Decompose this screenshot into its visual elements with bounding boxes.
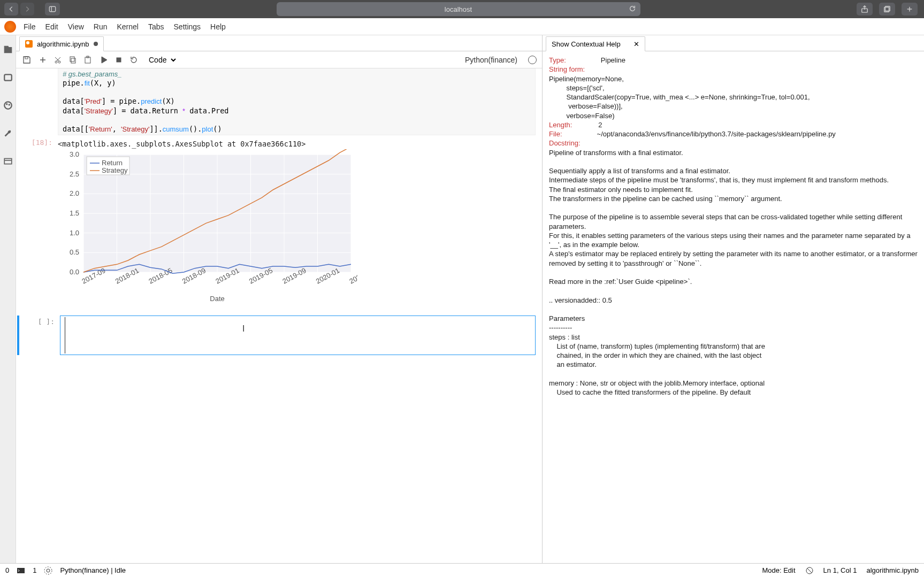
help-tab[interactable]: Show Contextual Help ✕: [546, 36, 645, 51]
new-tab-button[interactable]: [902, 3, 918, 16]
copy-button[interactable]: [67, 55, 78, 65]
sidebar-toggle-button[interactable]: [45, 3, 60, 16]
palette-icon[interactable]: [3, 101, 13, 110]
unsaved-dot-icon: [94, 42, 98, 46]
svg-text:0.0: 0.0: [70, 268, 79, 276]
svg-text:1.5: 1.5: [70, 209, 79, 217]
code-cell-18[interactable]: # gs.best_params_ pipe.fit(X, y) data['P…: [17, 68, 536, 306]
notebook-tab-algorithmic[interactable]: algorithmic.ipynb: [19, 36, 104, 51]
cell-output-prompt: [18]:: [17, 139, 58, 149]
kernel-name[interactable]: Python(finance): [465, 56, 517, 64]
settings-icon[interactable]: [44, 566, 52, 575]
notebook-body[interactable]: # gs.best_params_ pipe.fit(X, y) data['P…: [16, 68, 542, 563]
svg-rect-14: [71, 58, 75, 63]
restart-button[interactable]: [128, 55, 139, 65]
svg-rect-18: [117, 58, 121, 62]
jupyter-logo-icon: [4, 21, 16, 33]
save-button[interactable]: [21, 55, 32, 65]
cell-input-prompt: [ ]:: [19, 316, 60, 355]
svg-point-8: [9, 104, 10, 105]
cell-output-text: <matplotlib.axes._subplots.AxesSubplot a…: [58, 139, 306, 149]
svg-text:Return: Return: [102, 159, 123, 167]
menu-help[interactable]: Help: [210, 22, 226, 31]
svg-point-60: [44, 567, 52, 574]
menu-kernel[interactable]: Kernel: [117, 22, 138, 31]
tabs-button[interactable]: [879, 3, 895, 16]
svg-point-7: [6, 104, 7, 105]
status-terminals-count[interactable]: 1: [33, 566, 36, 574]
help-file-label: File:: [549, 130, 562, 138]
help-stringform-value: Pipeline(memory=None, steps=[('scl', Sta…: [549, 75, 810, 120]
svg-rect-58: [17, 568, 25, 573]
wrench-icon[interactable]: [3, 128, 13, 138]
svg-text:3.0: 3.0: [70, 150, 79, 158]
help-type-value: Pipeline: [601, 56, 625, 64]
svg-text:Strategy: Strategy: [102, 166, 128, 174]
activity-bar: [0, 35, 16, 563]
help-tabs: Show Contextual Help ✕: [543, 35, 924, 51]
help-file-value: ~/opt/anaconda3/envs/finance/lib/python3…: [597, 130, 836, 138]
line-chart: 0.00.51.01.52.02.53.02017-092018-012018-…: [58, 149, 357, 304]
refresh-icon[interactable]: [629, 5, 636, 14]
help-docstring-value: Pipeline of transforms with a final esti…: [549, 149, 920, 397]
no-error-icon[interactable]: [805, 566, 814, 575]
svg-rect-9: [4, 159, 12, 164]
run-button[interactable]: [98, 55, 109, 65]
help-tab-label: Show Contextual Help: [552, 40, 621, 48]
svg-text:2.5: 2.5: [70, 170, 79, 178]
code-editor[interactable]: # gs.best_params_ pipe.fit(X, y) data['P…: [58, 68, 536, 135]
svg-rect-5: [4, 74, 12, 80]
url-bar[interactable]: localhost: [277, 2, 640, 16]
svg-text:2.0: 2.0: [70, 189, 79, 197]
help-body[interactable]: Type: Pipeline String form: Pipeline(mem…: [543, 51, 924, 563]
help-panel: Show Contextual Help ✕ Type: Pipeline St…: [543, 35, 924, 563]
cell-type-select[interactable]: Code: [144, 54, 178, 66]
svg-point-6: [4, 102, 12, 109]
menu-file[interactable]: File: [24, 22, 36, 31]
cut-button[interactable]: [52, 55, 63, 65]
menu-tabs[interactable]: Tabs: [148, 22, 164, 31]
svg-text:1.0: 1.0: [70, 229, 79, 237]
svg-text:Date: Date: [210, 295, 224, 303]
kernel-status-icon: [528, 56, 537, 64]
menu-settings[interactable]: Settings: [174, 22, 201, 31]
tab-close-icon[interactable]: ✕: [633, 40, 639, 48]
stop-button[interactable]: [113, 55, 124, 65]
notebook-file-icon: [25, 40, 33, 48]
status-kernel[interactable]: Python(finance) | Idle: [60, 566, 126, 574]
menu-view[interactable]: View: [68, 22, 84, 31]
menu-edit[interactable]: Edit: [45, 22, 58, 31]
svg-rect-0: [49, 6, 55, 12]
notebook-toolbar: Code Python(finance): [16, 51, 542, 68]
svg-rect-15: [70, 57, 74, 61]
notebook-panel: algorithmic.ipynb Code Python(finance): [16, 35, 543, 563]
empty-active-cell[interactable]: [ ]: I: [17, 316, 536, 355]
insert-cell-button[interactable]: [37, 55, 48, 65]
status-left-num[interactable]: 0: [5, 566, 9, 574]
forward-button[interactable]: [20, 3, 34, 16]
code-editor[interactable]: I: [60, 316, 536, 355]
status-file[interactable]: algorithmic.ipynb: [866, 566, 919, 574]
terminals-icon[interactable]: [17, 566, 25, 575]
status-bar: 0 1 Python(finance) | Idle Mode: Edit Ln…: [0, 563, 924, 577]
help-length-label: Length:: [549, 121, 572, 129]
notebook-tab-label: algorithmic.ipynb: [37, 40, 89, 48]
back-button[interactable]: [4, 3, 18, 16]
status-pos: Ln 1, Col 1: [823, 566, 857, 574]
jupyter-menubar: File Edit View Run Kernel Tabs Settings …: [0, 18, 924, 35]
url-text: localhost: [445, 5, 472, 13]
svg-text:0.5: 0.5: [70, 248, 79, 256]
help-docstring-label: Docstring:: [549, 139, 581, 147]
chart-output: 0.00.51.01.52.02.53.02017-092018-012018-…: [58, 149, 536, 306]
files-icon[interactable]: [3, 45, 13, 55]
notebook-tabs: algorithmic.ipynb: [16, 35, 542, 51]
share-button[interactable]: [857, 3, 873, 16]
menu-run[interactable]: Run: [94, 22, 108, 31]
paste-button[interactable]: [82, 55, 93, 65]
svg-point-59: [47, 569, 50, 572]
browser-titlebar: localhost: [0, 0, 924, 18]
open-tabs-icon[interactable]: [3, 156, 13, 166]
cell-input-prompt: [17, 68, 58, 135]
help-type-label: Type:: [549, 56, 566, 64]
running-icon[interactable]: [3, 73, 13, 82]
